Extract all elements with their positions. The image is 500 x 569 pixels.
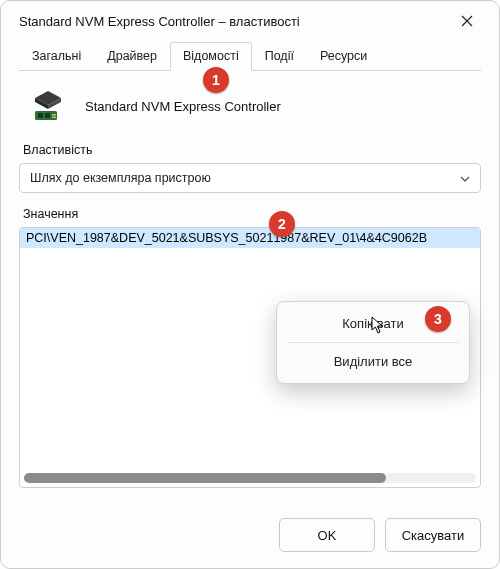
property-label: Властивість: [23, 143, 481, 157]
value-item[interactable]: PCI\VEN_1987&DEV_5021&SUBSYS_50211987&RE…: [20, 228, 480, 248]
context-menu: Копіювати Виділити все 3: [276, 301, 470, 384]
scrollbar-thumb[interactable]: [24, 473, 386, 483]
tab-details[interactable]: Відомості: [170, 42, 252, 71]
property-combo[interactable]: Шлях до екземпляра пристрою: [19, 163, 481, 193]
svg-rect-6: [45, 113, 50, 118]
value-label: Значення: [23, 207, 481, 221]
callout-badge-1: 1: [203, 67, 229, 93]
device-name: Standard NVM Express Controller: [85, 99, 281, 114]
device-summary: Standard NVM Express Controller: [19, 71, 481, 143]
horizontal-scrollbar[interactable]: [24, 473, 476, 483]
svg-rect-7: [52, 114, 56, 116]
cursor-icon: [371, 316, 385, 334]
property-selected: Шлях до екземпляра пристрою: [30, 171, 211, 185]
device-icon: [31, 89, 65, 123]
menu-separator: [287, 342, 459, 343]
dialog-buttons: OK Скасувати: [1, 506, 499, 568]
tab-driver[interactable]: Драйвер: [94, 42, 170, 71]
tab-general[interactable]: Загальні: [19, 42, 94, 71]
content-area: Загальні Драйвер Відомості Події Ресурси: [1, 41, 499, 506]
close-icon: [461, 15, 473, 27]
chevron-down-icon: [460, 172, 470, 184]
tab-events[interactable]: Події: [252, 42, 307, 71]
close-button[interactable]: [447, 1, 487, 41]
callout-badge-3: 3: [425, 306, 451, 332]
svg-rect-8: [52, 117, 56, 119]
tab-resources[interactable]: Ресурси: [307, 42, 380, 71]
ok-button[interactable]: OK: [279, 518, 375, 552]
cancel-button[interactable]: Скасувати: [385, 518, 481, 552]
properties-window: Standard NVM Express Controller – власти…: [0, 0, 500, 569]
svg-rect-5: [38, 113, 43, 118]
tab-bar: Загальні Драйвер Відомості Події Ресурси: [19, 41, 481, 71]
titlebar: Standard NVM Express Controller – власти…: [1, 1, 499, 41]
window-title: Standard NVM Express Controller – власти…: [19, 14, 447, 29]
callout-badge-2: 2: [269, 211, 295, 237]
menu-item-select-all[interactable]: Виділити все: [277, 345, 469, 378]
